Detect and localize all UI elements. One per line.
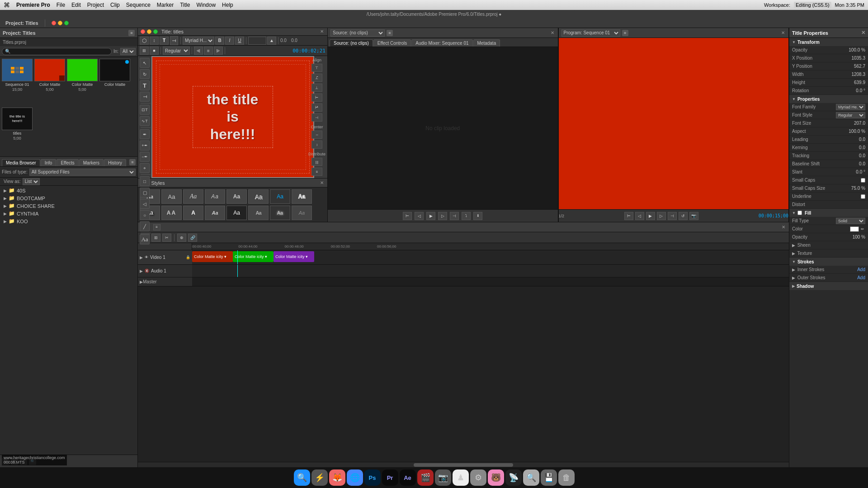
prog-camera[interactable]: 📷 — [689, 212, 698, 220]
small-caps-size-value[interactable]: 75.0 % — [838, 186, 865, 191]
source-insert[interactable]: ⤵ — [462, 212, 471, 220]
opacity-value[interactable]: 100.0 % — [838, 47, 865, 52]
tab-effect-controls[interactable]: Effect Controls — [373, 39, 411, 47]
dock-search2[interactable]: 🔍 — [523, 469, 539, 486]
folder-40s[interactable]: ▶ 📁 40S — [0, 187, 137, 194]
baseline-value[interactable]: 0.0 — [838, 161, 865, 166]
workspace-mode[interactable]: Editing (CS5.5) — [794, 2, 831, 8]
style-3[interactable]: Aa — [183, 189, 203, 204]
style-4[interactable]: Aa — [205, 189, 225, 204]
clip-purple[interactable]: Color Matte icity ▾ — [274, 251, 314, 262]
tracking-value[interactable]: 0.0 — [838, 153, 865, 158]
video1-lock[interactable]: 🔒 — [186, 255, 190, 259]
view-as-select[interactable]: List — [23, 178, 40, 185]
height-value[interactable]: 639.9 — [838, 80, 865, 85]
tab-audio-mixer[interactable]: Audio Mixer: Sequence 01 — [411, 39, 472, 47]
tool-type[interactable]: T — [160, 37, 169, 45]
fill-checkbox[interactable] — [797, 211, 802, 215]
source-goto-out[interactable]: ⊣ — [450, 212, 459, 220]
align-top[interactable]: ⊤ — [311, 64, 322, 72]
program-dropdown[interactable]: Program: Sequence 01 — [561, 29, 620, 37]
still-btn[interactable]: ■ — [150, 47, 159, 55]
tab-effects[interactable]: Effects — [57, 159, 78, 166]
video1-expand[interactable]: ▶ — [140, 255, 143, 260]
width-value[interactable]: 1208.3 — [838, 72, 865, 77]
dock-video[interactable]: 🎬 — [417, 469, 434, 486]
pipette-icon[interactable]: ✏ — [860, 226, 865, 232]
dock-radio[interactable]: 📡 — [505, 469, 522, 486]
aspect-value[interactable]: 100.0 % — [838, 129, 865, 134]
shadow-section[interactable]: ▶ Shadow — [789, 282, 868, 290]
source-close[interactable]: ✕ — [550, 30, 555, 36]
roll-crawl-btn[interactable]: ⊞ — [140, 47, 149, 55]
font-style-prop-select[interactable]: Regular — [836, 112, 865, 118]
tool-pen[interactable]: ✒ — [140, 129, 150, 139]
tool-text-t[interactable]: T — [140, 80, 150, 90]
fill-type-select[interactable]: Solid — [836, 218, 865, 224]
tool-area-text[interactable]: ⊡T — [140, 105, 150, 115]
audio1-mute[interactable]: 🔇 — [145, 269, 149, 273]
folder-bootcamp[interactable]: ▶ 📁 BOOTCAMP — [0, 194, 137, 202]
dock-camera[interactable]: 📷 — [435, 469, 451, 486]
ypos-value[interactable]: 562.7 — [838, 64, 865, 69]
slant-value[interactable]: 0.0 ° — [838, 169, 865, 174]
seq-tools-3[interactable]: ✂ — [162, 234, 171, 242]
file-type-select[interactable]: All Supported Files — [29, 169, 136, 176]
sequence-menu[interactable]: Sequence — [126, 2, 151, 8]
tool-line[interactable]: ╱ — [140, 221, 150, 231]
leading-value[interactable]: 0.0 — [838, 137, 865, 142]
min-btn[interactable] — [58, 21, 62, 25]
style-11[interactable]: A — [183, 206, 203, 220]
tool-vert-t[interactable]: T — [140, 92, 150, 102]
dock-bear[interactable]: 🐻 — [488, 469, 504, 486]
tab-metadata[interactable]: Metadata — [473, 39, 500, 47]
seq-scrollbar[interactable] — [138, 462, 789, 467]
source-goto-in[interactable]: ⊢ — [403, 212, 412, 220]
tool-wedge[interactable]: ◁ — [140, 199, 150, 209]
media-panel-settings[interactable]: ≡ — [129, 159, 136, 165]
prog-loop[interactable]: ↺ — [679, 212, 688, 220]
rotation-value[interactable]: 0.0 ° — [838, 88, 865, 93]
dock-trash[interactable]: 🗑 — [558, 469, 575, 486]
seq-settings[interactable]: ≡ — [153, 224, 160, 230]
tab-media-browser[interactable]: Media Browser — [2, 159, 40, 166]
tab-history[interactable]: History — [104, 159, 126, 166]
small-caps-checkbox[interactable] — [861, 178, 865, 183]
window-menu[interactable]: Window — [196, 2, 216, 8]
prog-play[interactable]: ▶ — [646, 212, 655, 220]
style-16[interactable]: Aa — [292, 206, 312, 220]
seq-snap[interactable]: ⊕ — [177, 234, 186, 242]
marker-menu[interactable]: Marker — [157, 2, 174, 8]
title-close-btn[interactable] — [141, 29, 145, 34]
align-left[interactable]: ⊢ — [311, 94, 322, 102]
style-12[interactable]: Aa — [205, 206, 225, 220]
source-play[interactable]: ▶ — [426, 212, 435, 220]
dock-premiere[interactable]: Pr — [382, 469, 398, 486]
style-8[interactable]: Aa — [292, 189, 312, 204]
source-step-fwd[interactable]: ▷ — [438, 212, 447, 220]
folder-choice-share[interactable]: ▶ 📁 CHOICE SHARE — [0, 202, 137, 210]
dock-chrome[interactable]: 🌐 — [347, 469, 363, 486]
style-7[interactable]: Aa — [270, 189, 290, 204]
prog-goto-out[interactable]: ⊣ — [668, 212, 677, 220]
search-input[interactable] — [2, 48, 112, 55]
properties-section[interactable]: ▼ Properties — [789, 95, 868, 103]
dock-photoshop[interactable]: Ps — [364, 469, 381, 486]
transform-section[interactable]: ▼ Transform — [789, 38, 868, 46]
help-menu[interactable]: Help — [222, 2, 233, 8]
title-min-btn[interactable] — [147, 29, 151, 34]
tab-source[interactable]: Source: (no clips) — [330, 39, 373, 47]
align-center-btn[interactable]: ≡ — [204, 47, 213, 55]
dock-launchpad[interactable]: ⚡ — [311, 469, 328, 486]
dock-firefox[interactable]: 🦊 — [329, 469, 345, 486]
program-settings[interactable]: ≡ — [622, 30, 628, 36]
project-menu[interactable]: Project — [87, 2, 104, 8]
align-hcenter[interactable]: ⊢̄ — [311, 103, 322, 112]
dock-chess[interactable]: ♟ — [453, 469, 469, 486]
video1-eye[interactable]: 👁 — [145, 255, 148, 259]
title-styles-close[interactable]: ✕ — [319, 180, 325, 186]
strokes-section[interactable]: ▼ Strokes — [789, 258, 868, 266]
fill-section[interactable]: ▼ Fill — [789, 209, 868, 217]
file-menu[interactable]: File — [57, 2, 65, 8]
clip-red[interactable]: Color Matte icity ▾ — [192, 251, 233, 262]
